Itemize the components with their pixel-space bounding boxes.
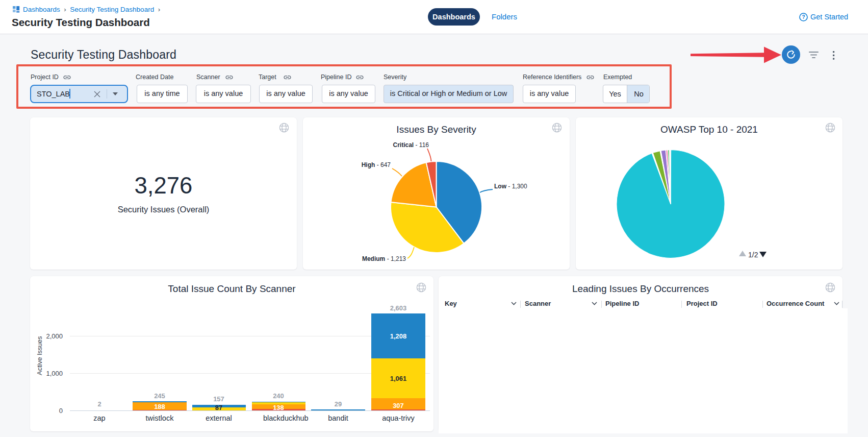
svg-text:Medium - 1,213: Medium - 1,213 bbox=[362, 255, 406, 262]
svg-text:Low - 1,300: Low - 1,300 bbox=[494, 183, 527, 190]
svg-text:Critical - 116: Critical - 116 bbox=[393, 141, 429, 149]
svg-text:High - 647: High - 647 bbox=[362, 161, 391, 168]
svg-text:?: ? bbox=[802, 14, 805, 20]
